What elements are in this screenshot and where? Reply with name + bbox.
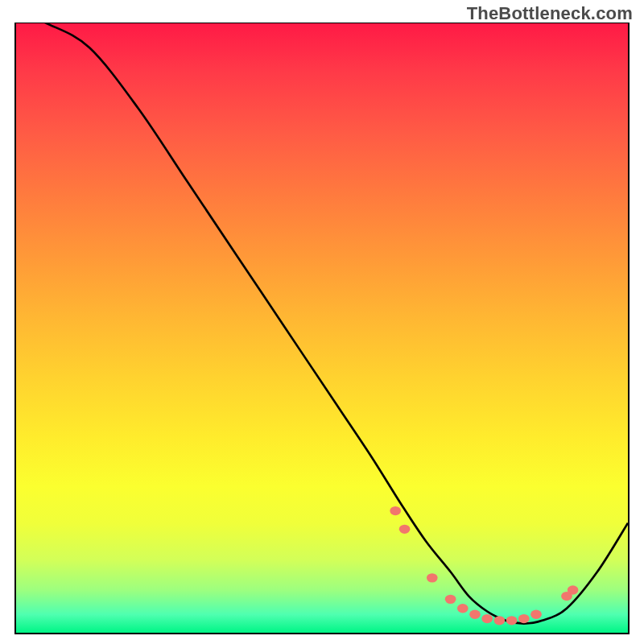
highlight-dot: [481, 614, 493, 623]
highlight-dot: [427, 573, 438, 582]
highlight-dot: [530, 610, 542, 619]
watermark-text: TheBottleneck.com: [467, 3, 633, 24]
highlight-dot: [518, 614, 530, 623]
highlight-dot: [445, 595, 456, 604]
highlight-dot: [390, 506, 401, 515]
highlight-dot: [506, 616, 518, 625]
bottleneck-curve-path: [16, 23, 628, 624]
chart-frame: TheBottleneck.com: [0, 0, 644, 644]
highlight-dot: [494, 616, 506, 625]
highlight-dot: [399, 525, 411, 534]
curve-svg: [16, 23, 628, 633]
highlight-dots-group: [390, 506, 578, 625]
plot-area: [14, 23, 630, 634]
highlight-dot: [568, 585, 579, 594]
highlight-dot: [457, 604, 469, 613]
highlight-dot: [469, 610, 481, 619]
